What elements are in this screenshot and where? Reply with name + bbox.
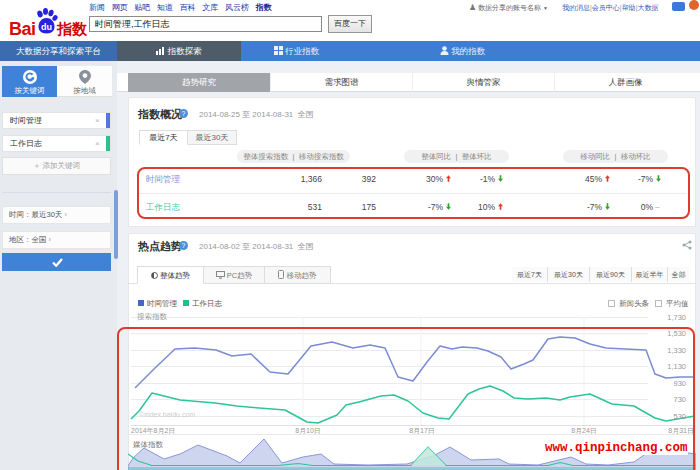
svg-text:搜索指数: 搜索指数	[137, 312, 168, 321]
svg-text:du: du	[41, 22, 52, 32]
svg-text:1,730: 1,730	[667, 313, 686, 322]
